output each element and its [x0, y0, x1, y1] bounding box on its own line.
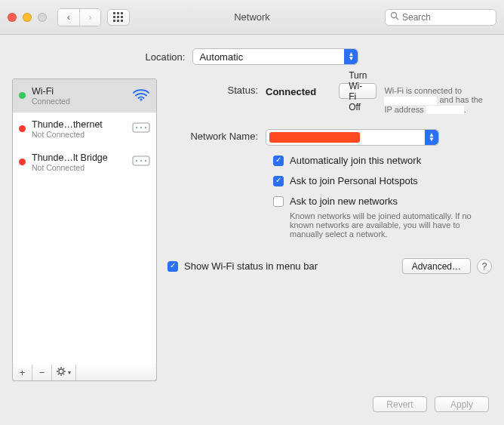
interface-row-thunderbolt-bridge[interactable]: Thunde…lt Bridge Not Connected [13, 146, 156, 179]
svg-point-11 [140, 98, 142, 100]
svg-point-18 [140, 160, 142, 162]
remove-interface-button[interactable]: − [32, 365, 52, 380]
help-icon: ? [482, 261, 487, 272]
auto-join-label: Automatically join this network [290, 155, 421, 166]
svg-point-14 [140, 127, 142, 128]
location-label: Location: [146, 51, 186, 63]
apply-button[interactable]: Apply [435, 396, 489, 412]
select-arrows-icon: ▲▼ [344, 49, 358, 64]
interface-status: Not Connected [32, 163, 126, 172]
interfaces-list: Wi-Fi Connected [12, 79, 157, 365]
redacted-ssid [384, 97, 437, 105]
svg-rect-5 [121, 16, 123, 18]
svg-point-9 [392, 13, 397, 18]
svg-line-28 [63, 368, 64, 369]
plus-icon: + [20, 367, 26, 378]
svg-point-20 [59, 369, 63, 374]
minimize-window-button[interactable] [23, 13, 32, 22]
svg-point-17 [136, 160, 137, 162]
revert-button[interactable]: Revert [373, 396, 427, 412]
svg-rect-4 [117, 16, 119, 18]
chevron-down-icon: ▾ [68, 369, 71, 376]
forward-button[interactable]: › [79, 9, 100, 26]
new-networks-checkbox[interactable] [273, 196, 284, 207]
new-networks-note: Known networks will be joined automatica… [290, 211, 486, 239]
interface-status: Connected [32, 97, 126, 106]
search-input[interactable] [402, 12, 491, 23]
svg-rect-0 [113, 12, 115, 14]
chevron-left-icon: ‹ [67, 11, 70, 23]
svg-line-10 [396, 17, 398, 20]
interface-status: Not Connected [32, 130, 126, 139]
advanced-button[interactable]: Advanced… [402, 258, 471, 274]
search-icon [390, 11, 399, 23]
back-button[interactable]: ‹ [58, 9, 79, 26]
list-footer-spacer [76, 365, 156, 380]
svg-line-27 [58, 374, 59, 374]
turn-wifi-off-button[interactable]: Turn Wi-Fi Off [339, 83, 376, 99]
wifi-icon [132, 88, 150, 103]
svg-line-25 [58, 368, 59, 369]
svg-rect-3 [113, 16, 115, 18]
status-dot-icon [19, 92, 26, 99]
status-dot-icon [19, 159, 26, 165]
help-button[interactable]: ? [477, 259, 492, 274]
status-label: Status: [167, 83, 266, 114]
interface-name: Thunde…thernet [32, 119, 126, 130]
svg-point-15 [145, 127, 146, 128]
thunderbolt-net-icon [132, 121, 150, 137]
interface-actions-menu[interactable]: ▾ [52, 365, 76, 380]
zoom-window-button [38, 13, 47, 22]
status-value: Connected [266, 85, 316, 97]
personal-hotspots-checkbox[interactable] [273, 176, 284, 186]
close-window-button[interactable] [8, 13, 17, 22]
minus-icon: − [39, 367, 45, 378]
location-select[interactable]: Automatic ▲▼ [192, 48, 358, 65]
show-all-prefs-button[interactable] [107, 9, 130, 26]
redacted-ip [426, 106, 464, 114]
status-dot-icon [19, 125, 26, 132]
redacted-network-name [269, 132, 360, 143]
svg-line-26 [63, 374, 64, 374]
svg-point-19 [145, 160, 146, 162]
location-value: Automatic [199, 51, 243, 63]
svg-point-13 [136, 127, 137, 128]
svg-rect-6 [113, 20, 115, 22]
status-substatus: Wi-Fi is connected to and has the IP add… [384, 86, 492, 114]
interface-name: Thunde…lt Bridge [32, 152, 126, 163]
interface-name: Wi-Fi [32, 86, 126, 97]
network-name-select[interactable]: ▲▼ [266, 129, 439, 146]
grid-icon [113, 12, 124, 23]
network-name-label: Network Name: [167, 129, 266, 146]
svg-rect-1 [117, 12, 119, 14]
new-networks-label: Ask to join new networks [290, 196, 398, 207]
thunderbolt-net-icon [132, 154, 150, 170]
select-arrows-icon: ▲▼ [425, 130, 438, 145]
personal-hotspots-label: Ask to join Personal Hotspots [290, 175, 418, 186]
auto-join-checkbox[interactable] [273, 156, 284, 166]
search-field-wrapper[interactable] [385, 9, 496, 26]
svg-rect-8 [121, 20, 123, 22]
chevron-right-icon: › [88, 11, 91, 23]
add-interface-button[interactable]: + [13, 365, 32, 380]
interface-row-thunderbolt-ethernet[interactable]: Thunde…thernet Not Connected [13, 112, 156, 146]
interface-row-wifi[interactable]: Wi-Fi Connected [13, 79, 156, 112]
gear-icon [57, 367, 66, 378]
nav-back-forward-group: ‹ › [57, 8, 101, 26]
svg-rect-2 [121, 12, 123, 14]
show-menubar-checkbox[interactable] [167, 261, 178, 272]
svg-rect-7 [117, 20, 119, 22]
show-menubar-label: Show Wi-Fi status in menu bar [184, 260, 318, 272]
